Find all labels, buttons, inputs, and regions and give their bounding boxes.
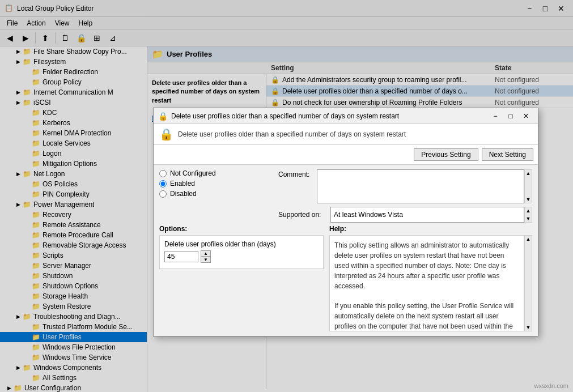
radio-enabled-label: Enabled — [170, 180, 195, 188]
help-section: Help: This policy setting allows an admi… — [329, 225, 532, 331]
dialog-header-text: Delete user profiles older than a specif… — [178, 130, 406, 138]
help-scrollbar[interactable]: ▲ ▼ — [524, 235, 532, 331]
scroll-down-icon[interactable]: ▼ — [526, 216, 531, 221]
radio-not-configured-label: Not Configured — [170, 169, 216, 177]
watermark: wxsxdn.com — [534, 382, 568, 389]
radio-group: Not Configured Enabled Disabled — [159, 169, 273, 198]
dialog-title-controls: − □ ✕ — [488, 110, 533, 122]
previous-setting-btn[interactable]: Previous Setting — [414, 148, 478, 161]
policy-dialog: 🔒 Delete user profiles older than a spec… — [153, 108, 538, 336]
dialog-title-text: Delete user profiles older than a specif… — [171, 112, 488, 120]
help-box-wrapper: This policy setting allows an administra… — [329, 235, 532, 331]
scroll-up-icon[interactable]: ▲ — [526, 171, 531, 176]
dialog-maximize-btn[interactable]: □ — [503, 110, 518, 122]
dialog-header: 🔒 Delete user profiles older than a spec… — [154, 124, 538, 145]
options-section: Options: Delete user profiles older than… — [159, 225, 324, 331]
dialog-title-icon: 🔒 — [158, 112, 168, 121]
supported-label: Supported on: — [278, 211, 327, 219]
scroll-up-icon[interactable]: ▲ — [526, 208, 531, 214]
dialog-header-icon: 🔒 — [159, 127, 173, 141]
comment-label: Comment: — [278, 169, 313, 178]
supported-row: Supported on: At least Windows Vista ▲ ▼ — [278, 207, 532, 223]
dialog-minimize-btn[interactable]: − — [488, 110, 503, 122]
dialog-title-bar: 🔒 Delete user profiles older than a spec… — [154, 108, 538, 124]
radio-disabled-label: Disabled — [170, 190, 197, 198]
radio-disabled[interactable]: Disabled — [159, 190, 273, 198]
radio-section: Not Configured Enabled Disabled — [159, 169, 273, 223]
scroll-down-icon[interactable]: ▼ — [526, 197, 531, 202]
help-text: This policy setting allows an administra… — [329, 235, 524, 331]
dialog-close-btn[interactable]: ✕ — [519, 110, 533, 122]
comment-field-wrapper: ▲ ▼ — [317, 169, 532, 203]
options-help-row: Options: Delete user profiles older than… — [154, 225, 538, 336]
options-inner: Delete user profiles older than (days) ▲… — [159, 235, 324, 269]
dialog-nav-area: Previous Setting Next Setting — [154, 145, 538, 165]
days-spinner[interactable]: ▲ ▼ — [201, 250, 211, 263]
supported-value: At least Windows Vista — [330, 207, 524, 223]
supported-field-wrapper: At least Windows Vista ▲ ▼ — [330, 207, 532, 223]
dialog-body-top: Not Configured Enabled Disabled Comment: — [154, 165, 538, 225]
radio-enabled[interactable]: Enabled — [159, 180, 273, 188]
spin-up-btn[interactable]: ▲ — [201, 251, 210, 257]
help-label: Help: — [329, 225, 532, 233]
help-paragraph-1: This policy setting allows an administra… — [334, 241, 509, 290]
scroll-up-icon[interactable]: ▲ — [526, 236, 531, 242]
comment-input[interactable] — [317, 169, 524, 203]
radio-not-configured[interactable]: Not Configured — [159, 169, 273, 177]
comment-row: Comment: ▲ ▼ — [278, 169, 532, 203]
supported-scrollbar[interactable]: ▲ ▼ — [524, 207, 532, 223]
help-paragraph-2: If you enable this policy setting, the U… — [334, 302, 513, 332]
scroll-down-icon[interactable]: ▼ — [526, 325, 531, 330]
comment-section: Comment: ▲ ▼ Supported on: At least Wind… — [278, 169, 532, 223]
days-input-label: Delete user profiles older than (days) — [164, 240, 319, 248]
days-input[interactable] — [164, 251, 198, 262]
options-label: Options: — [159, 225, 324, 233]
next-setting-btn[interactable]: Next Setting — [482, 148, 533, 161]
spin-down-btn[interactable]: ▼ — [201, 257, 210, 262]
comment-scrollbar[interactable]: ▲ ▼ — [524, 169, 532, 203]
days-input-row: ▲ ▼ — [164, 250, 319, 263]
